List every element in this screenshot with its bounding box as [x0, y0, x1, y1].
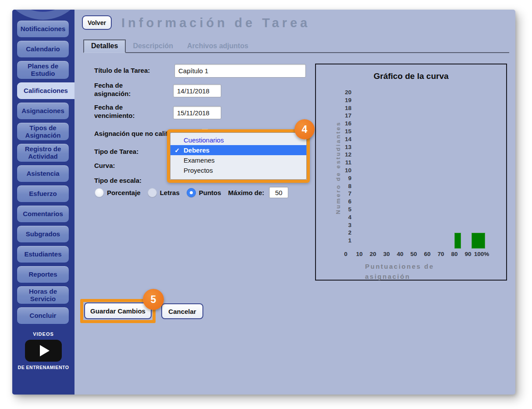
y-tick-7: 7 — [337, 190, 351, 197]
step-4-badge: 4 — [294, 119, 315, 139]
y-tick-4: 4 — [337, 214, 351, 221]
y-tick-15: 15 — [337, 128, 351, 135]
y-tick-18: 18 — [337, 105, 351, 111]
x-tick-40: 40 — [397, 251, 403, 257]
x-tick-10: 10 — [356, 251, 362, 257]
x-tick-20: 20 — [369, 251, 376, 257]
play-icon — [40, 345, 50, 356]
dropdown-option-label: Cuestionarios — [184, 136, 224, 144]
radio-puntos[interactable] — [187, 188, 196, 197]
y-tick-5: 5 — [337, 206, 351, 213]
x-tick-80: 80 — [451, 251, 458, 257]
sidebar-item-calificaciones[interactable]: Calificaciones — [17, 82, 74, 100]
tab-descripcion[interactable]: Descripción — [126, 40, 180, 52]
y-tick-11: 11 — [337, 159, 351, 166]
radio-label-letras: Letras — [160, 189, 180, 196]
dropdown-option-examenes[interactable]: Examenes — [170, 155, 306, 165]
training-label: DE ENTRENAMIENTO — [18, 365, 69, 370]
radio-label-puntos: Puntos — [199, 189, 221, 196]
dropdown-option-deberes[interactable]: ✓Deberes — [170, 145, 306, 155]
y-tick-16: 16 — [337, 120, 351, 127]
scale-type-label: Tipo de escala: — [94, 177, 142, 185]
sidebar-item-comentarios[interactable]: Comentarios — [17, 205, 69, 223]
y-tick-9: 9 — [337, 175, 351, 181]
y-tick-1: 1 — [337, 237, 351, 244]
dropdown-option-label: Proyectos — [184, 167, 213, 174]
task-type-dropdown-menu: Cuestionarios✓DeberesExamenesProyectos — [170, 132, 307, 180]
sidebar-item-registro-de-actividad[interactable]: Registro de Actividad — [17, 143, 69, 162]
chart-title: Gráfico de la curva — [316, 71, 506, 81]
sidebar-item-calendario[interactable]: Calendario — [17, 40, 69, 58]
bar-score-85 — [454, 233, 461, 249]
y-tick-13: 13 — [337, 144, 351, 150]
task-type-dropdown-highlight: Cuestionarios✓DeberesExamenesProyectos — [167, 129, 310, 183]
radio-letras[interactable] — [148, 188, 157, 197]
x-tick-0: 0 — [344, 251, 348, 257]
curve-chart-panel: Gráfico de la curva Numero de estudiante… — [315, 64, 507, 281]
step-5-badge: 5 — [143, 289, 164, 310]
sidebar-item-horas-de-servicio[interactable]: Horas de Servicio — [17, 286, 69, 305]
dropdown-option-cuestionarios[interactable]: Cuestionarios — [170, 135, 306, 145]
due-date-label: Fecha de vencimiento: — [94, 103, 160, 120]
y-tick-6: 6 — [337, 198, 351, 205]
y-tick-19: 19 — [337, 97, 351, 103]
sidebar-item-estudiantes[interactable]: Estudiantes — [17, 245, 69, 263]
cancel-button[interactable]: Cancelar — [161, 303, 203, 319]
radio-label-porcentaje: Porcentaje — [107, 189, 141, 196]
training-videos-block: VIDEOSDE ENTRENAMIENTO — [12, 331, 74, 370]
sidebar-nav: NotificacionesCalendarioPlanes de Estudi… — [12, 10, 74, 395]
tab-archivos-adjuntos[interactable]: Archivos adjuntos — [180, 40, 255, 52]
back-button[interactable]: Volver — [82, 15, 112, 30]
max-points-input[interactable] — [269, 187, 288, 198]
page-title: Información de Tarea — [121, 16, 310, 30]
save-button[interactable]: Guardar Cambios — [84, 302, 152, 319]
tab-detalles[interactable]: Detalles — [83, 39, 126, 53]
task-title-input[interactable] — [174, 64, 306, 78]
y-tick-8: 8 — [337, 183, 351, 189]
y-tick-10: 10 — [337, 167, 351, 174]
x-tick-90: 90 — [465, 251, 471, 257]
x-tick-60: 60 — [424, 251, 430, 257]
y-tick-20: 20 — [337, 89, 351, 96]
sidebar-item-reportes[interactable]: Reportes — [17, 266, 69, 283]
assign-date-label: Fecha de asignación: — [94, 82, 160, 98]
sidebar-item-notificaciones[interactable]: Notificaciones — [17, 20, 69, 38]
assign-date-input[interactable] — [173, 84, 221, 97]
y-tick-2: 2 — [337, 229, 351, 236]
y-tick-14: 14 — [337, 136, 351, 142]
training-videos-button[interactable] — [25, 340, 62, 362]
x-tick-50: 50 — [410, 251, 417, 257]
y-tick-12: 12 — [337, 151, 351, 158]
chart-x-axis-label: Puntuaciones de asignación — [365, 262, 475, 281]
app-window: NotificacionesCalendarioPlanes de Estudi… — [12, 10, 515, 395]
task-type-label: Tipo de Tarea: — [94, 148, 138, 156]
max-points-label: Máximo de: — [228, 189, 265, 196]
sidebar-item-concluir[interactable]: Concluir — [17, 307, 69, 324]
x-tick-30: 30 — [383, 251, 390, 257]
x-tick-100-: 100% — [474, 251, 489, 257]
scale-options-row: PorcentajeLetrasPuntos Máximo de: — [95, 187, 288, 198]
bar-score-100 — [472, 233, 485, 249]
sidebar-item-asignaciones[interactable]: Asignaciones — [17, 102, 69, 120]
y-tick-17: 17 — [337, 112, 351, 119]
radio-porcentaje[interactable] — [95, 188, 104, 197]
due-date-input[interactable] — [173, 106, 221, 119]
main-content: Volver Información de Tarea DetallesDesc… — [74, 10, 515, 395]
x-tick-70: 70 — [437, 251, 444, 257]
sidebar-item-planes-de-estudio[interactable]: Planes de Estudio — [17, 60, 69, 79]
dropdown-option-label: Examenes — [184, 156, 215, 164]
sidebar-item-subgrados[interactable]: Subgrados — [17, 225, 69, 243]
y-tick-3: 3 — [337, 222, 351, 228]
dropdown-option-label: Deberes — [184, 146, 209, 154]
dropdown-option-proyectos[interactable]: Proyectos — [170, 165, 306, 175]
tab-bar: DetallesDescripciónArchivos adjuntos — [83, 40, 509, 53]
checkmark-icon: ✓ — [170, 147, 184, 154]
sidebar-item-tipos-de-asignacion[interactable]: Tipos de Asignación — [17, 122, 69, 141]
sidebar-item-asistencia[interactable]: Asistencia — [17, 165, 69, 182]
videos-label: VIDEOS — [33, 331, 54, 337]
logo-arc-decoration — [12, 10, 74, 20]
curve-label: Curva: — [94, 162, 115, 170]
sidebar-item-esfuerzo[interactable]: Esfuerzo — [17, 185, 69, 203]
task-title-label: Título de la Tarea: — [94, 67, 150, 75]
